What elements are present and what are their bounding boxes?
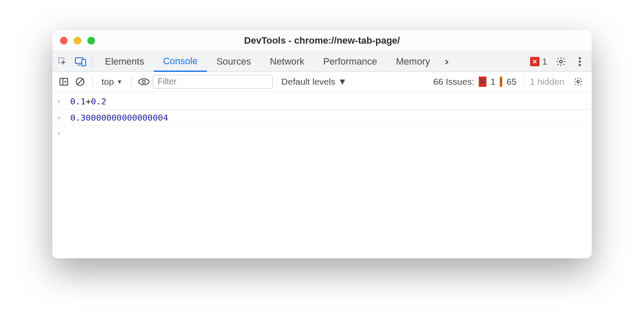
console-settings-icon[interactable] bbox=[570, 74, 586, 89]
error-count: 1 bbox=[542, 56, 547, 67]
caret-down-icon: ▼ bbox=[116, 78, 122, 85]
clear-console-icon[interactable] bbox=[73, 74, 87, 89]
tab-elements[interactable]: Elements bbox=[95, 51, 154, 71]
error-icon: ✕ bbox=[479, 77, 486, 87]
maximize-window-button[interactable] bbox=[87, 37, 95, 44]
devtools-tabbar: Elements Console Sources Network Perform… bbox=[52, 51, 592, 72]
context-selector[interactable]: top ▼ bbox=[98, 77, 126, 87]
svg-point-13 bbox=[143, 80, 146, 83]
svg-rect-3 bbox=[82, 59, 86, 66]
issues-summary[interactable]: 66 Issues: ✕ 1 ! 65 bbox=[432, 77, 519, 87]
issues-label: 66 Issues: bbox=[433, 77, 474, 87]
filter-input[interactable] bbox=[153, 75, 273, 89]
settings-icon[interactable] bbox=[553, 54, 569, 69]
separator bbox=[92, 56, 92, 67]
close-window-button[interactable] bbox=[60, 37, 68, 44]
console-result: 0.30000000000000004 bbox=[70, 113, 168, 123]
console-expression: 0.1+0.2 bbox=[70, 96, 106, 107]
live-expression-icon[interactable] bbox=[137, 74, 151, 89]
tab-performance[interactable]: Performance bbox=[314, 51, 387, 71]
error-count-badge[interactable]: ✕ 1 bbox=[530, 56, 547, 67]
minimize-window-button[interactable] bbox=[74, 37, 81, 44]
console-prompt[interactable]: › bbox=[52, 126, 592, 140]
svg-point-12 bbox=[139, 79, 149, 85]
warning-icon: ! bbox=[500, 77, 502, 87]
output-chevron-icon: ‹· bbox=[57, 113, 70, 122]
issues-error-count: 1 bbox=[491, 77, 496, 87]
console-output[interactable]: › 0.1+0.2 ‹· 0.30000000000000004 › bbox=[52, 92, 592, 258]
devtools-window: DevTools - chrome://new-tab-page/ Elemen… bbox=[52, 30, 592, 258]
separator bbox=[92, 76, 93, 87]
error-icon: ✕ bbox=[530, 57, 540, 66]
tab-memory[interactable]: Memory bbox=[387, 51, 439, 71]
kebab-menu-icon[interactable] bbox=[572, 54, 587, 69]
hidden-count: 1 hidden bbox=[523, 77, 567, 87]
input-chevron-icon: › bbox=[57, 96, 70, 106]
titlebar: DevTools - chrome://new-tab-page/ bbox=[52, 30, 592, 51]
svg-point-14 bbox=[577, 80, 579, 83]
console-input-line: › 0.1+0.2 bbox=[52, 93, 592, 110]
issues-warning-count: 65 bbox=[507, 77, 516, 87]
log-levels-selector[interactable]: Default levels ▼ bbox=[274, 77, 354, 87]
levels-label: Default levels bbox=[281, 77, 335, 87]
traffic-lights bbox=[60, 37, 95, 44]
tab-sources[interactable]: Sources bbox=[207, 51, 260, 71]
tab-network[interactable]: Network bbox=[260, 51, 314, 71]
svg-point-4 bbox=[560, 60, 562, 63]
tab-console[interactable]: Console bbox=[154, 52, 207, 72]
separator bbox=[131, 76, 131, 87]
device-toolbar-icon[interactable] bbox=[73, 54, 88, 69]
svg-rect-8 bbox=[60, 78, 68, 85]
caret-down-icon: ▼ bbox=[338, 77, 347, 87]
svg-point-6 bbox=[579, 60, 581, 62]
prompt-chevron-icon: › bbox=[57, 128, 70, 138]
console-result-line: ‹· 0.30000000000000004 bbox=[52, 110, 592, 126]
inspect-element-icon[interactable] bbox=[55, 54, 70, 69]
console-toolbar: top ▼ Default levels ▼ 66 Issues: ✕ 1 ! … bbox=[52, 72, 592, 92]
more-tabs-icon[interactable]: ›› bbox=[439, 56, 451, 68]
context-label: top bbox=[101, 77, 114, 87]
svg-line-11 bbox=[78, 79, 83, 84]
svg-point-5 bbox=[579, 57, 581, 59]
svg-point-7 bbox=[579, 64, 581, 66]
window-title: DevTools - chrome://new-tab-page/ bbox=[52, 35, 592, 46]
toggle-sidebar-icon[interactable] bbox=[57, 74, 71, 89]
